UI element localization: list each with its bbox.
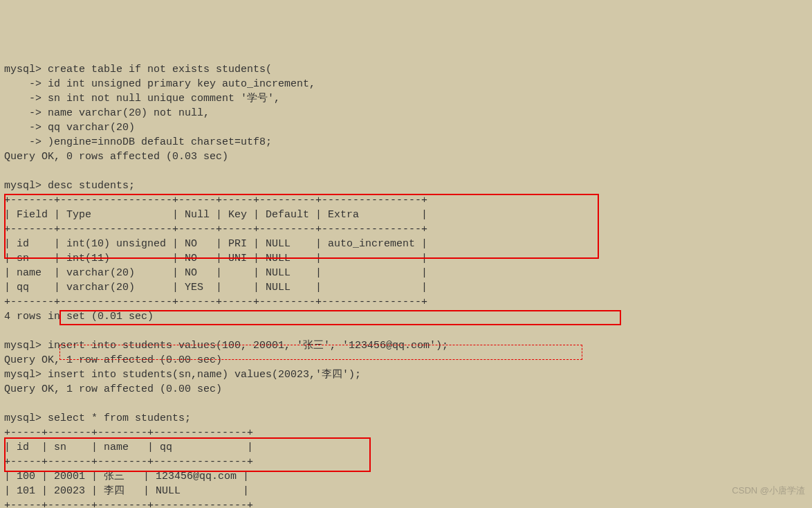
sql-create-line4: -> name varchar(20) not null, bbox=[4, 107, 210, 119]
table-row: | 101 | 20023 | 李四 | NULL | bbox=[4, 485, 249, 497]
table-row: | 100 | 20001 | 张三 | 123456@qq.com | bbox=[4, 471, 249, 482]
sql-insert1: insert into students values(100, 20001, … bbox=[48, 340, 448, 352]
query-result: 4 rows in set (0.01 sec) bbox=[4, 311, 154, 323]
query-result: Query OK, 1 row affected (0.00 sec) bbox=[4, 383, 222, 395]
sql-select: select * from students; bbox=[48, 412, 191, 424]
query-result: Query OK, 1 row affected (0.00 sec) bbox=[4, 354, 222, 366]
terminal-output: mysql> create table if not exists studen… bbox=[4, 62, 808, 508]
sql-create-line1: create table if not exists students( bbox=[48, 64, 272, 75]
table-border: +-------+------------------+------+-----… bbox=[4, 224, 427, 235]
prompt: mysql> bbox=[4, 340, 48, 352]
table-border: +-------+------------------+------+-----… bbox=[4, 296, 427, 308]
prompt: mysql> bbox=[4, 180, 48, 192]
table-border: +-----+-------+--------+---------------+ bbox=[4, 500, 253, 508]
sql-create-line6: -> )engine=innoDB default charset=utf8; bbox=[4, 136, 272, 148]
table-row: | qq | varchar(20) | YES | | NULL | | bbox=[4, 282, 427, 293]
prompt: mysql> bbox=[4, 412, 48, 424]
table-row: | sn | int(11) | NO | UNI | NULL | | bbox=[4, 253, 427, 264]
table-border: +-----+-------+--------+---------------+ bbox=[4, 456, 253, 468]
table-row: | id | int(10) unsigned | NO | PRI | NUL… bbox=[4, 238, 427, 250]
table-header: | id | sn | name | qq | bbox=[4, 442, 253, 453]
sql-create-line3: -> sn int not null unique comment '学号', bbox=[4, 93, 280, 105]
query-result: Query OK, 0 rows affected (0.03 sec) bbox=[4, 151, 228, 163]
sql-desc: desc students; bbox=[48, 180, 135, 192]
table-row: | name | varchar(20) | NO | | NULL | | bbox=[4, 267, 427, 279]
table-border: +-------+------------------+------+-----… bbox=[4, 194, 427, 206]
prompt: mysql> bbox=[4, 369, 48, 381]
sql-insert2: insert into students(sn,name) values(200… bbox=[48, 369, 361, 381]
table-header: | Field | Type | Null | Key | Default | … bbox=[4, 209, 427, 221]
sql-create-line2: -> id int unsigned primary key auto_incr… bbox=[4, 78, 315, 90]
sql-create-line5: -> qq varchar(20) bbox=[4, 122, 135, 134]
table-border: +-----+-------+--------+---------------+ bbox=[4, 427, 253, 439]
watermark-text: CSDN @小唐学渣 bbox=[732, 484, 805, 497]
prompt: mysql> bbox=[4, 64, 48, 75]
